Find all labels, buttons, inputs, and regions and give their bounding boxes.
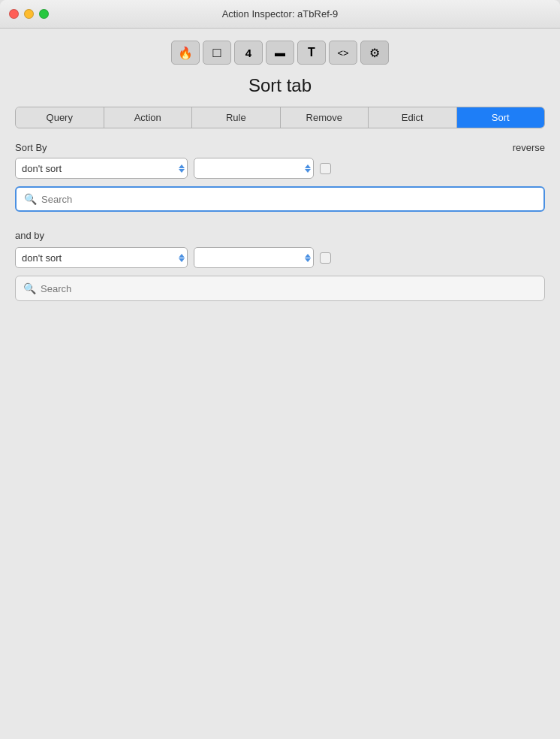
reverse-checkbox[interactable] (320, 163, 331, 174)
toolbar-flame-button[interactable]: 🔥 (171, 41, 200, 65)
main-content: 🔥 □ 4 ▬ T <> ⚙ Sort tab Query Action Rul… (0, 29, 560, 739)
and-by-label: and by (15, 230, 545, 241)
andby-search-box[interactable]: 🔍 (15, 276, 545, 301)
sort-search-input[interactable] (41, 194, 536, 205)
text-icon: T (308, 46, 315, 59)
andby-secondary-wrapper: ascending descending (194, 247, 314, 268)
toolbar-rect-button[interactable]: ▬ (266, 41, 294, 65)
sort-primary-wrapper: don't sort name date size (15, 158, 188, 179)
form-area: Sort By reverse don't sort name date siz… (15, 142, 545, 319)
maximize-button[interactable] (39, 9, 49, 19)
tab-rule[interactable]: Rule (192, 107, 281, 128)
toolbar-four-button[interactable]: 4 (234, 41, 263, 65)
tab-sort[interactable]: Sort (457, 107, 545, 128)
andby-search-input[interactable] (41, 283, 537, 294)
four-icon: 4 (245, 47, 251, 59)
tab-edict[interactable]: Edict (369, 107, 457, 128)
toolbar-text-button[interactable]: T (297, 41, 326, 65)
sort-primary-select[interactable]: don't sort name date size (15, 158, 188, 179)
flame-icon: 🔥 (178, 46, 193, 60)
sort-by-label: Sort By (15, 142, 47, 153)
window-title: Action Inspector: aTbRef-9 (222, 8, 339, 20)
tab-remove[interactable]: Remove (281, 107, 369, 128)
andby-reverse-checkbox[interactable] (320, 252, 331, 264)
sort-search-box[interactable]: 🔍 (15, 186, 545, 212)
square-icon: □ (213, 45, 221, 61)
rect-icon: ▬ (275, 47, 285, 59)
andby-reverse-checkbox-wrapper (320, 252, 331, 264)
minimize-button[interactable] (24, 9, 34, 19)
traffic-lights (9, 9, 49, 19)
close-button[interactable] (9, 9, 19, 19)
toolbar: 🔥 □ 4 ▬ T <> ⚙ (171, 41, 389, 65)
toolbar-square-button[interactable]: □ (203, 41, 231, 65)
page-title: Sort tab (248, 75, 312, 96)
toolbar-gear-button[interactable]: ⚙ (360, 41, 389, 65)
tab-bar: Query Action Rule Remove Edict Sort (15, 107, 545, 128)
sort-secondary-wrapper: ascending descending (194, 158, 314, 179)
sort-by-header: Sort By reverse (15, 142, 545, 153)
tab-action[interactable]: Action (104, 107, 193, 128)
reverse-label: reverse (513, 142, 545, 153)
andby-secondary-select[interactable]: ascending descending (194, 247, 314, 268)
toolbar-code-button[interactable]: <> (329, 41, 357, 65)
tab-query[interactable]: Query (16, 107, 104, 128)
sort-secondary-select[interactable]: ascending descending (194, 158, 314, 179)
andby-primary-wrapper: don't sort name date size (15, 247, 188, 268)
code-icon: <> (337, 47, 348, 59)
search-icon: 🔍 (23, 282, 36, 294)
sort-by-select-row: don't sort name date size ascending desc… (15, 158, 545, 179)
and-by-select-row: don't sort name date size ascending desc… (15, 247, 545, 268)
title-bar: Action Inspector: aTbRef-9 (0, 0, 560, 29)
gear-icon: ⚙ (369, 46, 380, 60)
reverse-checkbox-wrapper (320, 163, 331, 174)
andby-primary-select[interactable]: don't sort name date size (15, 247, 188, 268)
search-icon: 🔍 (24, 193, 37, 205)
